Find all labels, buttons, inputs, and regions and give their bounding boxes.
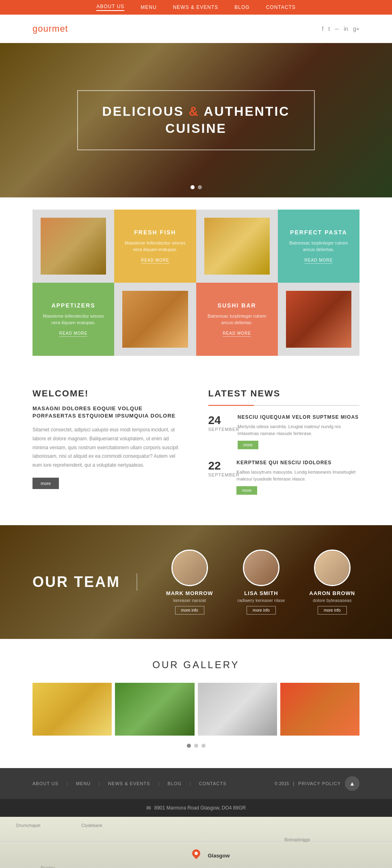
gallery-dot-1[interactable] — [187, 744, 191, 748]
member-moreinfo-button-2[interactable]: more info — [247, 606, 276, 615]
team-section: OUR TEAM MARK MORROW kereaser narsrat mo… — [0, 525, 392, 639]
nav-menu[interactable]: MENU — [141, 4, 156, 10]
perfect-pasta-title: PERFECT PASTA — [290, 229, 347, 236]
footer-right: © 2015 | PRIVACY POLICY ▲ — [275, 776, 360, 791]
appetizers-readmore[interactable]: READ MORE — [59, 331, 88, 337]
facebook-icon[interactable]: f — [322, 26, 323, 32]
footer-links: ABOUT US | MENU | NEWS & EVENTS | BLOG |… — [32, 781, 227, 786]
welcome-subtitle: MASAGNI DOLORES EOQUIE VOLQUE PORFASERTA… — [32, 405, 184, 420]
fresh-fish-desc: Maseleme leifendecitur wisnes nera iliqu… — [122, 240, 188, 253]
perfect-pasta-desc: Batrevisac turplinteger rutrem ancus del… — [286, 240, 351, 253]
copyright: © 2015 — [275, 781, 289, 786]
privacy-policy-link[interactable]: PRIVACY POLICY — [298, 781, 341, 786]
news-divider — [208, 405, 360, 406]
hero-title-part1: DELICIOUS — [102, 104, 184, 119]
food-perfect-pasta: PERFECT PASTA Batrevisac turplinteger ru… — [278, 210, 360, 283]
nav-contacts[interactable]: CONTACTS — [266, 4, 296, 10]
member-avatar-1 — [171, 550, 208, 586]
nav-blog[interactable]: BLOG — [234, 4, 249, 10]
member-avatar-3 — [314, 550, 351, 586]
news-title: LATEST NEWS — [208, 388, 360, 399]
hero-title-part2: AUTHENTIC — [204, 104, 290, 119]
gallery-item-3[interactable] — [198, 683, 277, 736]
envelope-icon: ✉ — [146, 805, 151, 811]
perfect-pasta-readmore[interactable]: READ MORE — [305, 258, 333, 264]
footer-news[interactable]: NEWS & EVENTS — [108, 781, 150, 786]
footer-divider: | — [293, 781, 294, 786]
news-month-1: SEPTEMBER — [208, 427, 230, 432]
gallery-section: OUR GALLERY — [0, 639, 392, 768]
member-moreinfo-button-1[interactable]: more info — [175, 606, 204, 615]
fresh-fish-title: FRESH FISH — [134, 229, 176, 236]
team-title: OUR TEAM — [32, 574, 137, 591]
appetizers-title: APPETIZERS — [52, 302, 95, 309]
member-role-1: kereaser narsrat — [173, 598, 206, 603]
footer-menu[interactable]: MENU — [76, 781, 91, 786]
welcome-text: Sitarnet consectet, adipisci ualupisi ei… — [32, 426, 184, 470]
gallery-item-4[interactable] — [280, 683, 360, 736]
sushi-bar-readmore[interactable]: READ MORE — [223, 331, 251, 337]
food-grid-section: FRESH FISH Maseleme leifendecitur wisnes… — [0, 210, 392, 356]
map-background: Drumchapel Clydebank Bishopbriggs Paisle… — [0, 817, 392, 868]
hero-title: DELICIOUS & AUTHENTIC CUISINE — [102, 103, 290, 137]
news-content-1: NESCIU IQUEQUAM VELOR SUPTMSE MIOAS Mert… — [238, 414, 360, 449]
sushi-bar-desc: Batrevisac turplinteger rutrem ancus del… — [204, 313, 270, 326]
welcome-news-section: WELCOME! MASAGNI DOLORES EOQUIE VOLQUE P… — [0, 368, 392, 525]
hero-amp: & — [189, 104, 204, 119]
footer-blog[interactable]: BLOG — [167, 781, 182, 786]
logo-text: gourmet — [32, 24, 68, 34]
top-navigation: ABOUT US MENU NEWS & EVENTS BLOG CONTACT… — [0, 0, 392, 15]
member-moreinfo-button-3[interactable]: more info — [318, 606, 347, 615]
member-role-3: dolore byteasaseas — [313, 598, 351, 603]
news-month-2: SEPTEMBER — [208, 472, 229, 477]
map-label-3: Bishopbriggs — [284, 837, 310, 842]
news-date-1: 24 SEPTEMBER — [208, 414, 230, 449]
map-label-4: Paisley — [41, 866, 55, 868]
nav-about[interactable]: ABOUT US — [96, 4, 124, 11]
welcome-more-button[interactable]: more — [32, 478, 59, 489]
team-member-2: LISA SMITH radiwery kereaser nlase more … — [238, 550, 285, 615]
rss-icon[interactable]: ─ — [335, 26, 339, 32]
gallery-item-2[interactable] — [115, 683, 194, 736]
footer-sep-4: | — [190, 781, 191, 786]
hero-dots — [191, 185, 202, 189]
news-date-2: 22 SEPTEMBER — [208, 459, 229, 495]
gallery-dots — [32, 744, 360, 748]
food-img-3 — [114, 283, 196, 356]
footer-sep-2: | — [99, 781, 100, 786]
food-fresh-fish: FRESH FISH Maseleme leifendecitur wisnes… — [114, 210, 196, 283]
hero-dot-2[interactable] — [198, 185, 202, 189]
site-header: gourmet f t ─ in g+ — [0, 15, 392, 43]
food-img-2 — [196, 210, 278, 283]
gallery-item-1[interactable] — [32, 683, 112, 736]
team-member-1: MARK MORROW kereaser narsrat more info — [166, 550, 213, 615]
footer-contacts[interactable]: CONTACTS — [199, 781, 227, 786]
footer-sep-1: | — [67, 781, 68, 786]
fresh-fish-readmore[interactable]: READ MORE — [141, 258, 169, 264]
footer-navigation: ABOUT US | MENU | NEWS & EVENTS | BLOG |… — [0, 768, 392, 799]
team-member-3: AARON BROWN dolore byteasaseas more info — [309, 550, 355, 615]
map-label-1: Drumchapel — [16, 823, 40, 828]
logo[interactable]: gourmet — [32, 24, 68, 34]
hero-title-part3: CUISINE — [165, 121, 227, 136]
twitter-icon[interactable]: t — [328, 26, 330, 32]
gallery-dot-2[interactable] — [194, 744, 198, 748]
googleplus-icon[interactable]: g+ — [353, 26, 360, 32]
food-appetizers: APPETIZERS Maseleme leifendecitur wisnes… — [32, 283, 114, 356]
nav-news[interactable]: NEWS & EVENTS — [173, 4, 219, 10]
social-icons: f t ─ in g+ — [322, 26, 360, 32]
gallery-dot-3[interactable] — [201, 744, 206, 748]
footer-sep-3: | — [158, 781, 160, 786]
footer-about[interactable]: ABOUT US — [32, 781, 58, 786]
footer-address: ✉ 8901 Marmora Road Glasgow, DO4 89GR — [0, 799, 392, 817]
news-more-button-1[interactable]: more — [238, 441, 258, 449]
news-day-2: 22 — [208, 459, 229, 472]
member-name-1: MARK MORROW — [166, 590, 213, 596]
news-day-1: 24 — [208, 414, 230, 427]
gallery-title: OUR GALLERY — [32, 659, 360, 671]
scroll-top-button[interactable]: ▲ — [345, 776, 360, 791]
linkedin-icon[interactable]: in — [344, 26, 348, 32]
hero-dot-1[interactable] — [191, 185, 195, 189]
hero-box: DELICIOUS & AUTHENTIC CUISINE — [77, 90, 315, 150]
news-more-button-2[interactable]: more — [236, 486, 257, 495]
